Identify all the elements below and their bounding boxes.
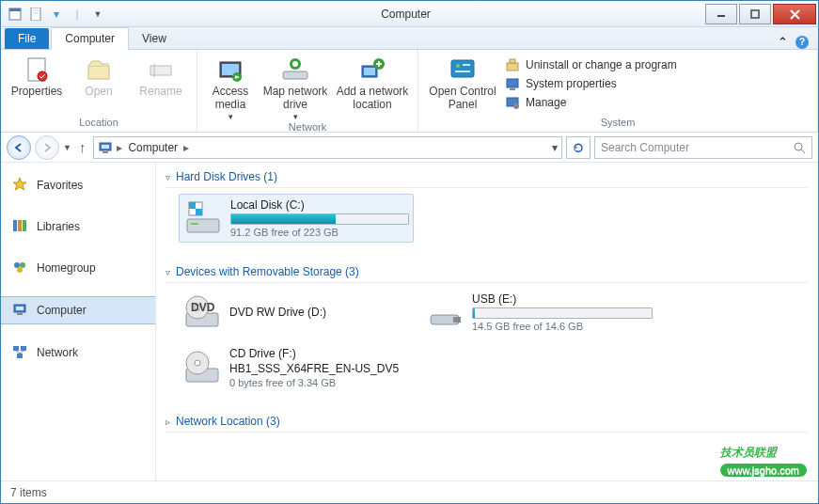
maximize-button[interactable]: [739, 4, 771, 24]
ribbon-group-system: Open Control Panel Uninstall or change a…: [418, 50, 818, 132]
section-hdd-header[interactable]: ▿Hard Disk Drives (1): [165, 166, 809, 188]
qat-icon[interactable]: [7, 6, 24, 23]
cd-drive-icon: [182, 348, 222, 387]
svg-line-39: [801, 150, 805, 153]
watermark: 技术员联盟 www.jsgho.com: [720, 437, 807, 477]
svg-rect-28: [455, 71, 470, 72]
nav-libraries[interactable]: Libraries: [1, 213, 155, 240]
svg-rect-37: [102, 151, 108, 153]
minimize-button[interactable]: [705, 4, 737, 24]
search-placeholder: Search Computer: [601, 141, 793, 154]
add-network-location-button[interactable]: Add a network location: [335, 52, 410, 112]
item-count: 7 items: [10, 486, 47, 499]
window-title: Computer: [106, 8, 705, 21]
address-bar[interactable]: ▸ Computer ▸ ▾: [93, 136, 562, 159]
up-button[interactable]: ↑: [75, 139, 90, 155]
svg-rect-6: [751, 10, 759, 18]
uninstall-button[interactable]: Uninstall or change a program: [505, 57, 677, 72]
svg-rect-47: [16, 307, 24, 310]
rename-button[interactable]: Rename: [133, 52, 189, 99]
svg-point-43: [14, 262, 20, 268]
svg-rect-49: [13, 346, 19, 351]
nav-pane: Favorites Libraries Homegroup Computer N…: [1, 163, 156, 480]
manage-button[interactable]: Manage: [505, 95, 677, 110]
titlebar: ▾ | ▼ Computer: [1, 1, 818, 27]
usb-drive-icon: [425, 292, 465, 332]
forward-button[interactable]: [35, 135, 59, 160]
help-icon[interactable]: ?: [795, 36, 809, 49]
svg-rect-32: [510, 88, 515, 90]
ribbon-tabs: File Computer View ⌃ ?: [1, 27, 818, 50]
breadcrumb-root[interactable]: Computer: [126, 141, 180, 154]
section-hdd: ▿Hard Disk Drives (1) Local Disk (C:) 91…: [165, 166, 809, 254]
status-bar: 7 items: [1, 480, 818, 503]
collapse-icon: ▿: [165, 172, 170, 182]
section-netloc-header[interactable]: ▹Network Location (3): [165, 411, 809, 433]
svg-line-52: [16, 351, 20, 354]
search-icon: [793, 141, 806, 154]
nav-favorites[interactable]: Favorites: [1, 172, 155, 198]
svg-rect-58: [196, 209, 202, 215]
ribbon-collapse-icon[interactable]: ⌃: [778, 35, 788, 49]
svg-point-44: [20, 262, 25, 268]
svg-line-53: [20, 351, 24, 354]
qat-sep: |: [69, 6, 86, 23]
expand-icon: ▹: [165, 417, 170, 427]
svg-rect-27: [463, 64, 470, 66]
control-panel-button[interactable]: Open Control Panel: [426, 52, 499, 112]
close-button[interactable]: [773, 4, 816, 24]
ribbon-group-location: Properties Open Rename Location: [1, 50, 197, 132]
drive-dvd-d[interactable]: DVD DVD RW Drive (D:): [179, 289, 414, 336]
collapse-icon: ▿: [165, 267, 170, 277]
refresh-button[interactable]: [566, 136, 591, 159]
tab-file[interactable]: File: [5, 28, 49, 49]
section-removable-header[interactable]: ▿Devices with Removable Storage (3): [165, 261, 809, 283]
breadcrumb-sep-icon[interactable]: ▸: [183, 141, 189, 154]
qat-more-icon[interactable]: ▼: [89, 6, 106, 23]
svg-text:DVD: DVD: [191, 301, 215, 314]
usage-bar: [472, 307, 653, 319]
breadcrumb-sep-icon[interactable]: ▸: [117, 141, 122, 154]
properties-button[interactable]: Properties: [8, 52, 65, 99]
qat-properties-icon[interactable]: [27, 6, 44, 23]
computer-icon: [98, 140, 113, 155]
svg-point-19: [292, 61, 298, 67]
svg-point-34: [513, 103, 519, 109]
svg-rect-48: [17, 313, 23, 315]
qat-dropdown-icon[interactable]: ▾: [48, 6, 65, 23]
search-box[interactable]: Search Computer: [594, 136, 812, 159]
nav-homegroup[interactable]: Homegroup: [1, 255, 155, 281]
svg-rect-51: [17, 354, 23, 358]
svg-rect-17: [283, 71, 307, 79]
svg-rect-11: [88, 66, 109, 79]
svg-rect-30: [510, 59, 515, 63]
tab-view[interactable]: View: [129, 28, 180, 49]
access-media-button[interactable]: Access media▾: [205, 52, 256, 121]
system-properties-button[interactable]: System properties: [505, 76, 677, 91]
back-button[interactable]: [7, 135, 31, 160]
open-button[interactable]: Open: [71, 52, 127, 99]
recent-dropdown-icon[interactable]: ▼: [63, 143, 71, 152]
svg-rect-50: [21, 346, 26, 351]
svg-point-45: [17, 267, 23, 273]
address-dropdown-icon[interactable]: ▾: [552, 141, 558, 154]
svg-rect-57: [189, 202, 196, 209]
tab-computer[interactable]: Computer: [51, 27, 129, 50]
svg-rect-2: [31, 8, 40, 21]
drive-cd-f[interactable]: CD Drive (F:) HB1_SSS_X64FRE_EN-US_DV5 0…: [179, 343, 442, 392]
svg-point-26: [456, 64, 460, 68]
hdd-icon: [183, 198, 223, 238]
svg-rect-25: [451, 60, 474, 77]
svg-point-10: [38, 71, 47, 81]
content-pane: ▿Hard Disk Drives (1) Local Disk (C:) 91…: [156, 163, 818, 480]
svg-rect-21: [364, 68, 375, 75]
section-removable: ▿Devices with Removable Storage (3) DVD …: [165, 261, 809, 403]
nav-computer[interactable]: Computer: [1, 296, 155, 324]
map-drive-button[interactable]: Map network drive▾: [261, 52, 329, 121]
drive-local-c[interactable]: Local Disk (C:) 91.2 GB free of 223 GB: [179, 194, 414, 243]
nav-network[interactable]: Network: [1, 339, 155, 366]
svg-rect-40: [13, 220, 17, 231]
drive-usb-e[interactable]: USB (E:) 14.5 GB free of 14.6 GB: [421, 289, 656, 336]
svg-rect-29: [507, 63, 518, 71]
svg-rect-42: [23, 220, 26, 231]
